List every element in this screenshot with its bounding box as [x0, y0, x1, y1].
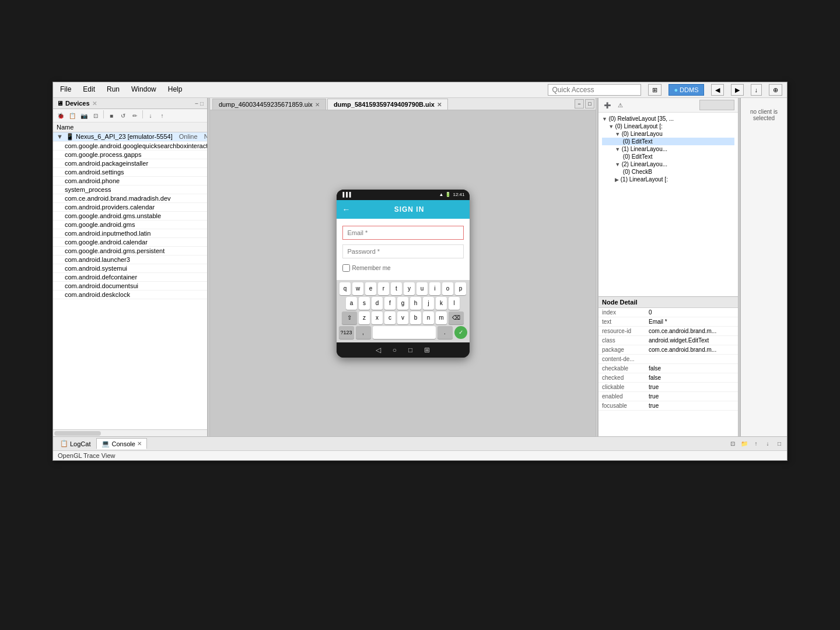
- key-period[interactable]: .: [438, 326, 453, 339]
- process-row[interactable]: com.android.defcontainer 4119 8615: [53, 273, 207, 282]
- tree-item[interactable]: ▼ (0) LinearLayou: [602, 130, 734, 138]
- key-g[interactable]: g: [397, 297, 408, 310]
- hierarchy-warn[interactable]: ⚠: [615, 100, 625, 110]
- key-l[interactable]: l: [449, 297, 460, 310]
- process-row[interactable]: com.google.android.gms.unstable 5354 860…: [53, 212, 207, 220]
- key-n[interactable]: n: [423, 312, 434, 324]
- key-o[interactable]: o: [442, 282, 453, 295]
- key-y[interactable]: y: [404, 282, 415, 295]
- key-comma[interactable]: ,: [356, 326, 371, 339]
- key-a[interactable]: a: [346, 297, 357, 310]
- bottom-toolbar-btn1[interactable]: ⊡: [727, 439, 738, 449]
- menu-run[interactable]: Run: [104, 84, 122, 96]
- tab1-close[interactable]: ✕: [315, 102, 320, 108]
- password-input[interactable]: [342, 244, 464, 258]
- console-close[interactable]: ✕: [137, 440, 142, 447]
- process-row[interactable]: com.android.settings 5221 8603: [53, 168, 207, 177]
- toolbar-btn-4[interactable]: ↓: [751, 84, 762, 96]
- key-z[interactable]: z: [359, 312, 370, 324]
- tree-item[interactable]: ▼ (2) LinearLayou...: [602, 160, 734, 168]
- tab-ctrl-max[interactable]: □: [585, 99, 594, 108]
- menu-help[interactable]: Help: [166, 84, 185, 96]
- process-row[interactable]: com.android.inputmethod.latin 2446 8610: [53, 229, 207, 238]
- process-row[interactable]: com.android.systemui 2295 8614: [53, 264, 207, 273]
- bottom-toolbar-btn4[interactable]: ↓: [762, 439, 773, 449]
- process-row[interactable]: com.android.packageinstaller 4515 8602: [53, 159, 207, 168]
- process-row[interactable]: com.google.android.calendar 5680 8611: [53, 238, 207, 247]
- toolbar-btn-5[interactable]: ⊕: [769, 84, 782, 96]
- bottom-toolbar-btn5[interactable]: □: [774, 439, 785, 449]
- process-row[interactable]: com.google.process.gapps 2755 8601: [53, 150, 207, 159]
- tb-edit[interactable]: ✏: [130, 110, 140, 121]
- key-u[interactable]: u: [416, 282, 428, 295]
- process-row[interactable]: system_process 1991 8605: [53, 186, 207, 194]
- menu-edit[interactable]: Edit: [80, 84, 97, 96]
- tb-img[interactable]: 📷: [79, 110, 89, 121]
- tb-refresh[interactable]: ↺: [118, 110, 128, 121]
- key-c[interactable]: c: [384, 312, 396, 324]
- ddms-button[interactable]: ● DDMS: [668, 84, 704, 96]
- bottom-toolbar-btn2[interactable]: 📁: [739, 439, 750, 449]
- process-row[interactable]: com.google.android.gms.persistent 2580 8…: [53, 247, 207, 256]
- nav-menu[interactable]: ⊞: [424, 346, 430, 354]
- process-row[interactable]: com.ce.android.brand.madradish.dev 5159 …: [53, 194, 207, 203]
- tb-copy[interactable]: 📋: [67, 110, 78, 121]
- key-b[interactable]: b: [410, 312, 421, 324]
- tree-item[interactable]: ▼ (1) LinearLayou...: [602, 145, 734, 153]
- hscrollbar[interactable]: [53, 429, 207, 436]
- tree-item[interactable]: ▼ (0) LinearLayout [:: [602, 123, 734, 130]
- tree-item[interactable]: (0) EditText: [602, 138, 734, 145]
- menu-file[interactable]: File: [58, 84, 74, 96]
- key-f[interactable]: f: [384, 297, 396, 310]
- key-v[interactable]: v: [397, 312, 408, 324]
- menu-window[interactable]: Window: [129, 84, 159, 96]
- bottom-toolbar-btn3[interactable]: ↑: [751, 439, 761, 449]
- tb-dump[interactable]: ⊡: [90, 110, 101, 121]
- key-backspace[interactable]: ⌫: [449, 312, 464, 324]
- process-row[interactable]: com.android.phone 2470 8604: [53, 177, 207, 186]
- key-w[interactable]: w: [352, 282, 363, 295]
- key-q[interactable]: q: [340, 282, 351, 295]
- process-row[interactable]: com.android.launcher3 3189 8613: [53, 256, 207, 264]
- hierarchy-add[interactable]: ➕: [602, 100, 612, 110]
- tb-up[interactable]: ↑: [157, 110, 167, 121]
- key-go[interactable]: ✓: [454, 326, 467, 339]
- tree-item[interactable]: ▼ (0) RelativeLayout [35, ...: [602, 115, 734, 123]
- back-arrow-icon[interactable]: ←: [342, 205, 351, 214]
- tab-console[interactable]: 💻 Console ✕: [96, 438, 146, 449]
- tree-item[interactable]: (0) EditText: [602, 153, 734, 160]
- key-shift[interactable]: ⇧: [342, 312, 357, 324]
- tab-ctrl-min[interactable]: −: [575, 99, 584, 108]
- toolbar-btn-3[interactable]: ▶: [731, 84, 744, 96]
- key-t[interactable]: t: [391, 282, 402, 295]
- toolbar-btn-1[interactable]: ⊞: [648, 84, 662, 96]
- process-row[interactable]: com.android.providers.calendar 4970 8607: [53, 203, 207, 212]
- nav-home[interactable]: ○: [393, 346, 397, 354]
- nav-recents[interactable]: □: [408, 346, 412, 354]
- toolbar-btn-2[interactable]: ◀: [711, 84, 724, 96]
- tb-debug[interactable]: 🐞: [55, 110, 66, 121]
- key-k[interactable]: k: [436, 297, 447, 310]
- key-m[interactable]: m: [436, 312, 447, 324]
- process-row[interactable]: com.android.deskclock 4575 8617: [53, 290, 207, 299]
- device-main-row[interactable]: ▼ 📱 Nexus_6_API_23 [emulator-5554] Onlin…: [53, 132, 207, 142]
- tb-down[interactable]: ↓: [145, 110, 156, 121]
- process-row[interactable]: com.google.android.googlequicksearchboxi…: [53, 142, 207, 150]
- key-r[interactable]: r: [378, 282, 389, 295]
- key-e[interactable]: e: [365, 282, 376, 295]
- tree-item[interactable]: ▶ (1) LinearLayout [:: [602, 176, 734, 183]
- process-row[interactable]: com.google.android.gms 2956 8609: [53, 220, 207, 229]
- process-row[interactable]: com.android.documentsui 4313 8616: [53, 282, 207, 290]
- key-d[interactable]: d: [372, 297, 383, 310]
- key-p[interactable]: p: [455, 282, 466, 295]
- tab-dump1[interactable]: dump_460034459235671859.uix ✕: [212, 99, 326, 110]
- key-j[interactable]: j: [423, 297, 434, 310]
- key-num[interactable]: ?123: [339, 326, 354, 339]
- tb-stop[interactable]: ■: [106, 110, 117, 121]
- remember-checkbox[interactable]: [342, 264, 350, 272]
- tab-logcat[interactable]: 📋 LogCat: [55, 439, 95, 449]
- key-s[interactable]: s: [359, 297, 370, 310]
- key-h[interactable]: h: [410, 297, 421, 310]
- tab-dump2[interactable]: dump_584159359749409790B.uix ✕: [327, 99, 448, 110]
- email-input[interactable]: [342, 226, 464, 240]
